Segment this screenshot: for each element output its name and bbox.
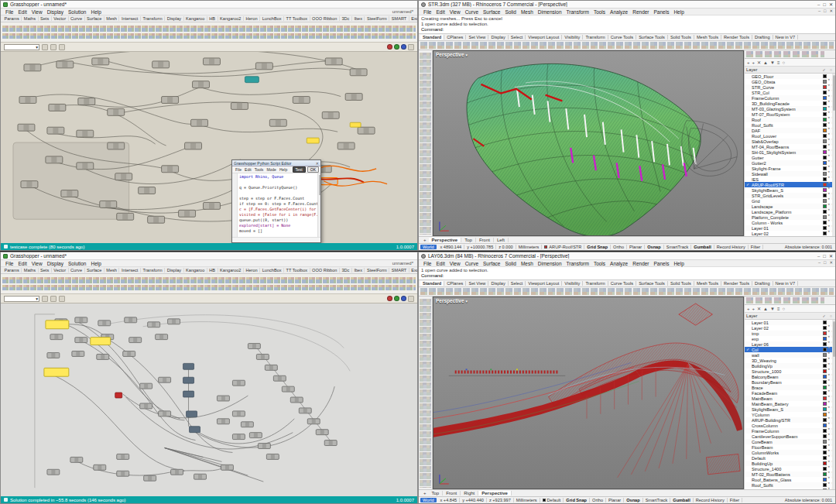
viewport-label[interactable]: Perspective▾: [436, 52, 468, 57]
status-toggle[interactable]: Osnap: [624, 498, 642, 502]
layer-row[interactable]: ✓ ARUP-Roof/STR: [745, 182, 835, 187]
menu-item[interactable]: Edit: [15, 9, 29, 15]
panel-tab-strip[interactable]: [745, 297, 835, 305]
status-toggle[interactable]: Filter: [728, 498, 742, 502]
layer-row[interactable]: ✓ Layer 06: [745, 341, 835, 347]
move-down-button[interactable]: ▼: [770, 307, 775, 311]
menu-item[interactable]: File: [421, 9, 433, 15]
menu-item[interactable]: Solid: [502, 261, 518, 266]
perspective-viewport[interactable]: Perspective▾: [433, 50, 744, 236]
layer-row[interactable]: ✓ Platform_Complete: [745, 214, 835, 220]
layer-row[interactable]: ✓ STR_Col: [745, 90, 835, 95]
gh-node-graph[interactable]: [1, 52, 417, 243]
component-tab[interactable]: Transform: [141, 268, 165, 273]
menu-item[interactable]: View: [29, 261, 45, 266]
menu-item[interactable]: Tools: [591, 9, 608, 15]
layer-row[interactable]: ✓ SH-01_SkylightSystem: [745, 149, 835, 155]
layer-row[interactable]: ✓ Grid: [745, 198, 835, 204]
toolbar-tab[interactable]: Visibility: [562, 281, 583, 286]
toolbar-tab[interactable]: Select: [509, 35, 526, 39]
toolbar-tab[interactable]: New in V7: [773, 35, 799, 39]
new-layer-button[interactable]: +: [747, 60, 750, 65]
layer-color-swatch[interactable]: [823, 386, 827, 389]
toolbar-tab[interactable]: Visibility: [562, 35, 583, 39]
maximize-button[interactable]: □: [823, 254, 826, 259]
component-tab[interactable]: Intersect: [119, 268, 140, 273]
layer-row[interactable]: ✓ Layer 02: [745, 231, 835, 236]
menu-item[interactable]: Render: [630, 9, 651, 15]
status-toggle[interactable]: Record History: [714, 245, 749, 249]
menu-item[interactable]: Edit: [15, 261, 29, 266]
component-tab[interactable]: Excel: [409, 268, 417, 273]
main-toolbar[interactable]: [419, 41, 835, 50]
layer-color-swatch[interactable]: [823, 461, 827, 465]
menu-item[interactable]: Panels: [652, 261, 672, 266]
component-tab[interactable]: Surface: [85, 268, 104, 273]
toolbar-tab[interactable]: Curve Tools: [608, 35, 636, 39]
layer-row[interactable]: ✓ SkylightBeam_S: [745, 187, 835, 193]
viewport-tab[interactable]: Perspective: [478, 491, 512, 495]
status-toggle[interactable]: Planar: [627, 245, 645, 249]
layer-color-swatch[interactable]: [823, 337, 827, 341]
toolbar-tab[interactable]: Set View: [466, 281, 488, 286]
filter-button[interactable]: ○: [782, 307, 785, 311]
layer-row[interactable]: ✓ MT-02_RoofBattens: [745, 471, 835, 477]
menu-item[interactable]: Help: [88, 9, 103, 15]
component-tab[interactable]: TT Toolbox: [284, 16, 310, 21]
layer-color-swatch[interactable]: [823, 451, 827, 454]
toolbar-tab[interactable]: Set View: [466, 35, 488, 39]
scrollbar-thumb[interactable]: [833, 75, 835, 111]
layer-color-swatch[interactable]: [823, 177, 827, 181]
menu-item[interactable]: File: [3, 261, 15, 266]
viewport-3d-scene[interactable]: [433, 297, 743, 489]
layer-row[interactable]: ✓ Battens: [745, 488, 835, 489]
layer-color-swatch[interactable]: [823, 456, 827, 460]
preview-green-icon[interactable]: [394, 44, 399, 50]
layer-row[interactable]: ✓ MainBeam: [745, 396, 835, 401]
menu-item[interactable]: Dimension: [536, 261, 564, 266]
status-toggle[interactable]: Grid Snap: [584, 245, 611, 249]
view-tool-icon[interactable]: [59, 44, 65, 50]
layer-row[interactable]: ✓ Structure_1000: [745, 369, 835, 374]
layer-row[interactable]: ✓ DAF: [745, 128, 835, 133]
layer-color-swatch[interactable]: [823, 129, 827, 132]
zoom-tool-icon[interactable]: [50, 44, 57, 50]
mdi-restore-button[interactable]: □: [824, 261, 826, 266]
layer-row[interactable]: ✓ BuildingUp: [745, 461, 835, 466]
toolbar-tab[interactable]: CPlanes: [444, 281, 466, 286]
component-tab[interactable]: Maths: [22, 268, 38, 273]
layer-row[interactable]: ✓ FloorBeam: [745, 444, 835, 450]
component-tab[interactable]: TT Toolbox: [284, 268, 310, 273]
viewport-tab[interactable]: Top: [429, 491, 444, 495]
layer-color-swatch[interactable]: [823, 150, 827, 154]
layer-row[interactable]: ✓ Roof: [745, 117, 835, 122]
menu-item[interactable]: View: [29, 9, 45, 15]
panel-nodes[interactable]: [44, 321, 111, 376]
error-node[interactable]: [115, 393, 122, 398]
current-layer-pane[interactable]: ARUP-Roof/STR: [542, 245, 584, 249]
menu-item[interactable]: Mesh: [519, 261, 536, 266]
menu-item[interactable]: Render: [630, 261, 651, 266]
toolbar-tab[interactable]: Viewport Layout: [526, 281, 562, 286]
preview-red-icon[interactable]: [387, 44, 392, 50]
layer-color-swatch[interactable]: [823, 440, 827, 444]
status-toggle[interactable]: Record History: [694, 498, 728, 502]
component-tab[interactable]: SMART: [389, 268, 409, 273]
move-up-button[interactable]: ▲: [763, 307, 768, 311]
viewport-3d-scene[interactable]: [433, 51, 743, 235]
layer-color-swatch[interactable]: [823, 423, 827, 427]
toolbar-tab[interactable]: Mesh Tools: [694, 35, 721, 39]
layer-row[interactable]: ✓ Slab&Overlap: [745, 139, 835, 144]
filter-button[interactable]: ○: [782, 60, 785, 65]
layer-row[interactable]: ✓ Default: [745, 455, 835, 461]
layer-row[interactable]: ✓ Structure_1400: [745, 466, 835, 471]
layer-color-swatch[interactable]: [823, 199, 827, 203]
menu-item[interactable]: File: [421, 261, 433, 266]
selected-teal-node[interactable]: [245, 77, 259, 83]
layer-row[interactable]: ✓ IES: [745, 177, 835, 182]
component-tab[interactable]: Ibex: [352, 16, 365, 21]
viewport-tab[interactable]: Left: [494, 238, 509, 242]
menu-item[interactable]: Help: [671, 9, 686, 15]
layer-row[interactable]: ✓ BuildingVp: [745, 363, 835, 369]
viewport-tab[interactable]: Right: [461, 491, 478, 495]
